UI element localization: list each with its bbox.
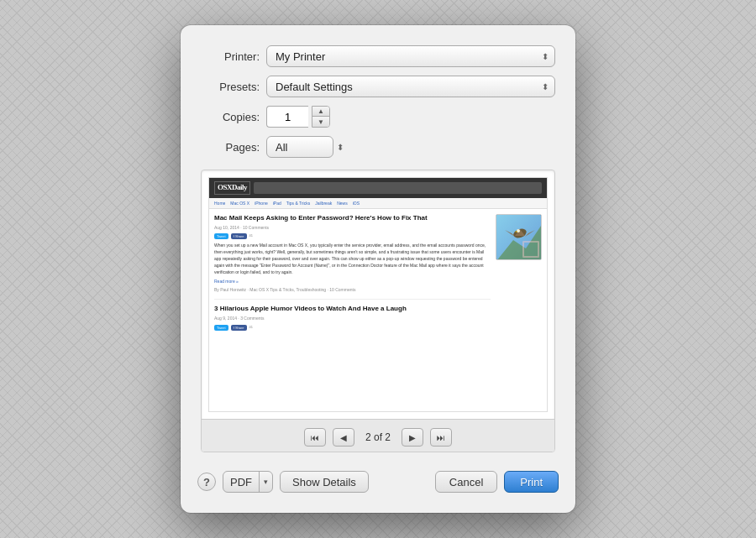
presets-select[interactable]: Default Settings Last Used Settings Save… (266, 76, 555, 97)
printer-label: Printer: (201, 50, 260, 63)
article-image (496, 214, 542, 260)
printer-select-wrapper: My Printer Other Printer... ⬍ (266, 45, 555, 67)
presets-row: Presets: Default Settings Last Used Sett… (201, 76, 555, 97)
printer-row: Printer: My Printer Other Printer... ⬍ (201, 45, 555, 67)
site-logo-text: OSXDaily (218, 183, 247, 191)
article-content: Mac Mail Keeps Asking to Enter Password?… (209, 209, 547, 338)
stamp-overlay (522, 241, 539, 258)
article1-social: Tweet f Share 41 (214, 233, 491, 239)
article1-byline: By Paul Horowitz · Mac OS X Tips & Trick… (214, 287, 491, 293)
pdf-button[interactable]: PDF ▾ (223, 471, 273, 493)
article2-social: Tweet f Share 41 (214, 325, 491, 331)
print-button[interactable]: Print (504, 471, 559, 493)
first-page-button[interactable]: ⏮ (304, 428, 326, 447)
tweet-button[interactable]: Tweet (214, 233, 228, 239)
preview-inner: OSXDaily Home Mac OS X iPhone iPad Tips … (202, 170, 554, 419)
copies-row: Copies: ▲ ▼ (201, 106, 555, 128)
site-nav: Home Mac OS X iPhone iPad Tips & Tricks … (209, 198, 547, 210)
print-dialog: Printer: My Printer Other Printer... ⬍ P… (181, 25, 575, 513)
help-button[interactable]: ? (197, 473, 216, 491)
copies-decrement-button[interactable]: ▼ (312, 117, 329, 127)
last-page-button[interactable]: ⏭ (430, 428, 452, 447)
facebook-button[interactable]: f Share (231, 233, 247, 239)
article2-title: 3 Hilarious Apple Humor Videos to Watch … (214, 305, 491, 313)
printer-select[interactable]: My Printer Other Printer... (266, 45, 555, 67)
article-image-column (496, 214, 542, 333)
article2-facebook-button[interactable]: f Share (231, 325, 247, 331)
article1-title: Mac Mail Keeps Asking to Enter Password?… (214, 214, 491, 222)
print-form: Printer: My Printer Other Printer... ⬍ P… (181, 45, 575, 158)
nav-ios[interactable]: iOS (353, 201, 360, 206)
site-header: OSXDaily (209, 178, 547, 198)
pdf-label: PDF (223, 476, 259, 488)
article2-share-count: 41 (249, 325, 253, 331)
nav-news[interactable]: News (337, 201, 348, 206)
bottom-toolbar: ? PDF ▾ Show Details Cancel Print (181, 461, 575, 496)
pages-row: Pages: All From: Selection ⬍ (201, 136, 555, 158)
article1-body: When you set up a new Mail account in Ma… (214, 242, 491, 275)
nav-iphone[interactable]: iPhone (255, 201, 268, 206)
copies-stepper: ▲ ▼ (312, 106, 330, 128)
site-header-banner (254, 182, 542, 194)
nav-home[interactable]: Home (214, 201, 225, 206)
article1-date: Aug 10, 2014 · 10 Comments (214, 225, 491, 231)
article2: 3 Hilarious Apple Humor Videos to Watch … (214, 299, 491, 330)
webpage-preview: OSXDaily Home Mac OS X iPhone iPad Tips … (208, 177, 548, 412)
page-indicator: 2 of 2 (361, 431, 395, 443)
pages-select-arrow-icon: ⬍ (337, 143, 344, 152)
copies-label: Copies: (201, 111, 260, 123)
pages-select-wrapper: All From: Selection ⬍ (266, 136, 350, 158)
print-preview: OSXDaily Home Mac OS X iPhone iPad Tips … (201, 170, 555, 452)
article-text-column: Mac Mail Keeps Asking to Enter Password?… (214, 214, 491, 333)
copies-input-group: ▲ ▼ (266, 106, 330, 128)
share-count: 41 (249, 233, 253, 239)
read-more-link[interactable]: Read more » (214, 279, 491, 285)
show-details-button[interactable]: Show Details (280, 471, 369, 493)
article2-date: Aug 9, 2014 · 3 Comments (214, 316, 491, 321)
pages-select[interactable]: All From: Selection (266, 136, 333, 158)
site-logo: OSXDaily (214, 181, 250, 195)
nav-macosx[interactable]: Mac OS X (230, 201, 249, 206)
cancel-button[interactable]: Cancel (435, 471, 497, 493)
page-navigation: ⏮ ◀ 2 of 2 ▶ ⏭ (202, 419, 554, 452)
pages-label: Pages: (201, 141, 260, 154)
nav-ipad[interactable]: iPad (273, 201, 281, 206)
copies-increment-button[interactable]: ▲ (312, 107, 329, 117)
copies-input[interactable] (266, 106, 308, 128)
presets-label: Presets: (201, 81, 260, 93)
pdf-dropdown-arrow-icon: ▾ (260, 478, 272, 486)
article2-tweet-button[interactable]: Tweet (214, 325, 228, 331)
presets-select-wrapper: Default Settings Last Used Settings Save… (266, 76, 555, 97)
prev-page-button[interactable]: ◀ (333, 428, 354, 447)
nav-jailbreak[interactable]: Jailbreak (315, 201, 332, 206)
nav-tips[interactable]: Tips & Tricks (286, 201, 310, 206)
next-page-button[interactable]: ▶ (402, 428, 423, 447)
